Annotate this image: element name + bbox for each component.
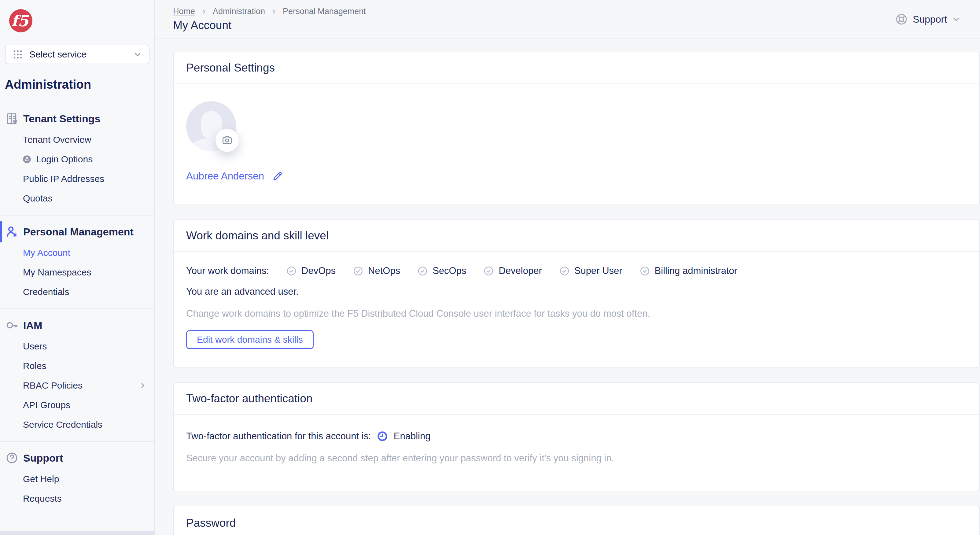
card-header: Password (173, 506, 979, 535)
user-gear-icon (5, 225, 19, 239)
personal-settings-body: Aubree Andersen (173, 84, 979, 204)
breadcrumb-home[interactable]: Home (173, 7, 195, 16)
check-circle-icon (483, 266, 494, 276)
chevron-right-icon (138, 381, 147, 390)
service-selector[interactable]: Select service (5, 45, 150, 64)
upload-photo-button[interactable] (215, 129, 239, 152)
sidebar-item-rbac-policies[interactable]: RBAC Policies (0, 376, 154, 395)
sidebar-item-label: Credentials (23, 287, 69, 297)
section-head-support[interactable]: Support (0, 447, 154, 469)
sidebar-item-label: RBAC Policies (23, 380, 83, 391)
building-gear-icon (5, 111, 19, 126)
avatar (186, 101, 236, 151)
domain-chip-developer: Developer (483, 265, 542, 276)
two-factor-body: Two-factor authentication for this accou… (173, 415, 979, 491)
domain-label: DevOps (301, 265, 336, 276)
card-title: Personal Settings (186, 61, 967, 74)
domain-chip-billing-administrator: Billing administrator (640, 265, 738, 276)
domain-label: Developer (498, 265, 542, 276)
work-domains-card: Work domains and skill level Your work d… (173, 220, 980, 368)
lifebuoy-icon (895, 13, 908, 25)
sidebar-item-my-account[interactable]: My Account (0, 243, 154, 263)
chevron-right-icon (270, 8, 277, 15)
sidebar-item-roles[interactable]: Roles (0, 356, 154, 376)
work-domains-label: Your work domains: (186, 265, 269, 276)
card-header: Personal Settings (173, 52, 979, 84)
f5-logo-text: f5 (11, 12, 29, 30)
sidebar-scrollbar[interactable] (0, 531, 154, 535)
sidebar-item-label: Roles (23, 361, 46, 371)
section-head-tenant-settings[interactable]: Tenant Settings (0, 107, 154, 130)
edit-name-icon[interactable] (272, 170, 283, 182)
chevron-down-icon (952, 15, 961, 24)
sidebar-item-label: My Account (23, 248, 70, 258)
sidebar-item-my-namespaces[interactable]: My Namespaces (0, 263, 154, 282)
sidebar-item-label: Tenant Overview (23, 135, 91, 145)
sidebar-item-label: Get Help (23, 474, 59, 484)
sidebar-item-credentials[interactable]: Credentials (0, 282, 154, 302)
sidebar-item-quotas[interactable]: Quotas (0, 189, 154, 208)
card-title: Password (186, 517, 967, 530)
check-circle-icon (640, 266, 650, 276)
password-card: Password (173, 506, 980, 535)
header-text-block: Home Administration Personal Management … (173, 7, 366, 32)
sidebar-item-service-credentials[interactable]: Service Credentials (0, 415, 154, 435)
work-domains-body: Your work domains: DevOps NetOps (173, 252, 979, 368)
f5-logo[interactable]: f5 (9, 9, 32, 32)
lock-badge-icon (22, 154, 32, 164)
sidebar-item-users[interactable]: Users (0, 337, 154, 356)
breadcrumb-personal-management: Personal Management (283, 7, 366, 16)
support-menu[interactable]: Support (895, 13, 961, 25)
user-name-link[interactable]: Aubree Andersen (186, 170, 264, 182)
sidebar-item-label: Quotas (23, 193, 52, 204)
sidebar-item-login-options[interactable]: Login Options (0, 150, 154, 169)
card-header: Two-factor authentication (173, 383, 979, 415)
page-header: Home Administration Personal Management … (155, 0, 980, 39)
camera-icon (221, 135, 233, 146)
sidebar-item-get-help[interactable]: Get Help (0, 469, 154, 489)
sidebar-product-title: Administration (5, 78, 150, 91)
sidebar-item-label: API Groups (23, 400, 70, 410)
two-factor-status-value: Enabling (394, 430, 431, 443)
two-factor-description: Secure your account by adding a second s… (186, 452, 967, 465)
card-header: Work domains and skill level (173, 220, 979, 252)
section-title: Support (23, 452, 63, 464)
sidebar-item-label: Login Options (36, 154, 92, 164)
domain-chip-secops: SecOps (417, 265, 466, 276)
section-iam: IAM Users Roles RBAC Policies API Groups… (0, 309, 154, 441)
section-title: Tenant Settings (23, 113, 100, 125)
work-domains-row: Your work domains: DevOps NetOps (186, 265, 967, 276)
sidebar-item-label: My Namespaces (23, 267, 91, 278)
domain-chip-super-user: Super User (559, 265, 622, 276)
question-icon (5, 451, 19, 465)
domain-label: Billing administrator (655, 265, 738, 276)
service-selector-label: Select service (29, 49, 86, 60)
chevron-right-icon (200, 8, 207, 15)
edit-work-domains-button[interactable]: Edit work domains & skills (186, 330, 313, 349)
section-head-personal-management[interactable]: Personal Management (0, 220, 154, 243)
support-menu-label: Support (913, 14, 947, 25)
card-title: Work domains and skill level (186, 229, 967, 242)
domain-chip-devops: DevOps (286, 265, 336, 276)
sidebar-item-public-ip-addresses[interactable]: Public IP Addresses (0, 169, 154, 189)
section-title: IAM (23, 320, 42, 331)
key-icon (5, 318, 19, 332)
page-title: My Account (173, 19, 366, 32)
domain-label: SecOps (433, 265, 466, 276)
chevron-down-icon (133, 50, 142, 59)
section-tenant-settings: Tenant Settings Tenant Overview Login Op… (0, 102, 154, 215)
sidebar-item-tenant-overview[interactable]: Tenant Overview (0, 130, 154, 150)
check-circle-icon (353, 266, 363, 276)
sidebar-item-label: Users (23, 341, 47, 352)
skill-level-text: You are an advanced user. (186, 285, 967, 298)
card-title: Two-factor authentication (186, 392, 967, 405)
grid-icon (12, 49, 23, 60)
breadcrumb-administration[interactable]: Administration (213, 7, 265, 16)
breadcrumb: Home Administration Personal Management (173, 7, 366, 16)
sidebar-item-label: Public IP Addresses (23, 174, 104, 184)
section-head-iam[interactable]: IAM (0, 314, 154, 337)
section-support: Support Get Help Requests (0, 441, 154, 515)
check-circle-icon (559, 266, 570, 276)
sidebar-item-requests[interactable]: Requests (0, 489, 154, 508)
sidebar-item-api-groups[interactable]: API Groups (0, 395, 154, 415)
